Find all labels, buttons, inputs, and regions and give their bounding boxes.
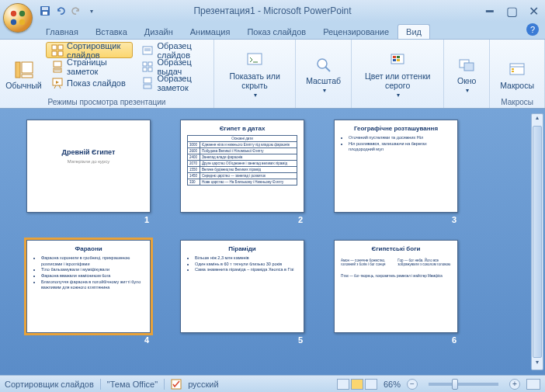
vertical-scrollbar[interactable]: ▴ ▾ <box>531 113 543 370</box>
slideshow-label: Показ слайдов <box>67 78 126 88</box>
slide-master-icon <box>141 44 154 57</box>
slideshow-view-icon[interactable] <box>365 379 377 390</box>
slide-thumbnail[interactable]: Древній ЄгипетМатеріали до курсу 1 <box>26 120 151 224</box>
svg-rect-5 <box>42 7 48 10</box>
slide-thumbnail[interactable]: Географічне розташування Оточений пустел… <box>334 120 458 224</box>
group-label-macros: Макросы <box>490 98 544 106</box>
slide-number: 1 <box>144 215 149 224</box>
redo-icon[interactable] <box>70 5 82 17</box>
status-language[interactable]: русский <box>188 380 218 389</box>
close-icon[interactable]: ✕ <box>525 5 542 17</box>
tab-insert[interactable]: Вставка <box>87 24 136 39</box>
svg-point-3 <box>19 19 25 25</box>
tab-animation[interactable]: Анимация <box>182 24 239 39</box>
tab-design[interactable]: Дизайн <box>136 24 182 39</box>
slide-thumbnail[interactable]: Єгипетські боги Амон — сонячне божество,… <box>334 240 458 345</box>
slide-title: Фараони <box>33 245 144 252</box>
zoom-label: Масштаб <box>306 76 341 85</box>
tab-review[interactable]: Рецензирование <box>314 24 397 39</box>
svg-rect-35 <box>397 56 400 58</box>
zoom-value[interactable]: 66% <box>384 380 401 389</box>
color-grayscale-button[interactable]: Цвет или оттенки серого▾ <box>356 42 439 108</box>
ribbon-tabs: Главная Вставка Дизайн Анимация Показ сл… <box>0 22 545 39</box>
show-hide-icon <box>245 51 264 70</box>
slide-thumbnail[interactable]: Фараони Фараона хоронили в гробниці, при… <box>26 240 151 345</box>
svg-rect-36 <box>393 59 396 61</box>
svg-rect-23 <box>143 62 147 66</box>
slide-sorter-icon <box>51 44 64 57</box>
slide-thumbnail[interactable]: Піраміди Більше ніж 2,3 млн каменівОдин … <box>180 240 304 345</box>
window-button[interactable]: Окно▾ <box>449 42 484 108</box>
spellcheck-icon[interactable] <box>171 379 182 390</box>
ribbon: Обычный Сортировщик слайдов Страницы зам… <box>0 39 545 109</box>
office-button[interactable] <box>3 3 33 33</box>
show-hide-button[interactable]: Показать или скрыть▾ <box>219 42 290 108</box>
svg-rect-43 <box>512 71 514 72</box>
zoom-slider[interactable] <box>429 383 498 386</box>
svg-rect-27 <box>144 78 151 83</box>
chevron-down-icon: ▾ <box>323 87 326 94</box>
undo-icon[interactable] <box>54 5 67 17</box>
slide-title: Древній Єгипет <box>33 148 144 156</box>
slide-grid: Древній ЄгипетМатеріали до курсу 1 Єгипе… <box>26 120 519 345</box>
slide-table: Основні дати3000Єднання ніла и нижнього … <box>187 135 297 186</box>
status-theme: "Тема Office" <box>107 380 158 389</box>
zoom-out-button[interactable]: − <box>407 379 418 390</box>
svg-line-32 <box>325 67 330 71</box>
save-icon[interactable] <box>39 5 51 17</box>
slide-master-button[interactable]: Образец слайдов <box>136 42 209 58</box>
zoom-slider-thumb[interactable] <box>452 379 458 390</box>
sorter-view-icon[interactable] <box>351 379 363 390</box>
tab-home[interactable]: Главная <box>37 24 87 39</box>
svg-point-0 <box>11 11 16 16</box>
tab-view[interactable]: Вид <box>397 24 430 39</box>
zoom-in-button[interactable]: + <box>509 379 520 390</box>
svg-rect-29 <box>248 54 262 64</box>
zoom-button[interactable]: Масштаб▾ <box>300 42 346 108</box>
macros-label: Макросы <box>500 81 534 90</box>
svg-rect-37 <box>397 59 400 61</box>
svg-rect-12 <box>52 51 57 56</box>
help-icon[interactable]: ? <box>526 23 539 36</box>
svg-rect-28 <box>144 85 151 88</box>
notes-master-label: Образец заметок <box>157 74 203 92</box>
svg-rect-13 <box>58 51 63 56</box>
scroll-up-icon[interactable]: ▴ <box>532 114 543 125</box>
notes-master-button[interactable]: Образец заметок <box>136 75 209 91</box>
notes-page-label: Страницы заметок <box>67 57 127 76</box>
status-mode: Сортировщик слайдов <box>5 380 94 389</box>
fit-to-window-button[interactable] <box>526 379 540 390</box>
slide-bullets: Оточений пустелями та досяжних НілНіл ро… <box>341 135 451 153</box>
scroll-thumb[interactable] <box>533 126 542 358</box>
slide-title: Єгипет в датах <box>187 125 297 132</box>
slide-thumbnail[interactable]: Єгипет в датах Основні дати3000Єднання н… <box>180 120 304 224</box>
scroll-down-icon[interactable]: ▾ <box>532 359 543 369</box>
window-label: Окно <box>457 76 476 85</box>
qat-dropdown-icon[interactable]: ▾ <box>85 5 98 17</box>
chevron-down-icon: ▾ <box>397 92 400 99</box>
svg-rect-26 <box>148 68 152 71</box>
slide-title: Піраміди <box>187 245 297 252</box>
handout-master-button[interactable]: Образец выдач <box>136 58 209 75</box>
slide-sorter-button[interactable]: Сортировщик слайдов <box>46 42 133 58</box>
slide-bullets: Більше ніж 2,3 млн каменівОдин камінь в … <box>187 255 297 273</box>
slide-title: Географічне розташування <box>341 125 451 132</box>
show-hide-label: Показать или скрыть <box>224 71 285 90</box>
normal-view-label: Обычный <box>5 81 41 90</box>
title-bar: ▾ Презентация1 - Microsoft PowerPoint ━ … <box>0 0 545 22</box>
window-title: Презентация1 - Microsoft PowerPoint <box>193 5 351 16</box>
maximize-icon[interactable]: ▢ <box>503 5 520 17</box>
notes-page-button[interactable]: Страницы заметок <box>46 58 133 75</box>
svg-rect-42 <box>512 68 514 70</box>
svg-rect-9 <box>22 75 33 78</box>
color-icon <box>388 51 407 70</box>
slide-sorter-workspace[interactable]: Древній ЄгипетМатеріали до курсу 1 Єгипе… <box>0 109 545 375</box>
svg-rect-7 <box>16 62 20 78</box>
normal-view-icon <box>15 61 33 79</box>
slideshow-button[interactable]: Показ слайдов <box>46 75 133 91</box>
normal-view-icon[interactable] <box>337 379 349 390</box>
minimize-icon[interactable]: ━ <box>481 5 498 17</box>
quick-access-toolbar: ▾ <box>39 0 98 22</box>
svg-rect-10 <box>52 45 57 50</box>
tab-slideshow[interactable]: Показ слайдов <box>238 24 314 39</box>
